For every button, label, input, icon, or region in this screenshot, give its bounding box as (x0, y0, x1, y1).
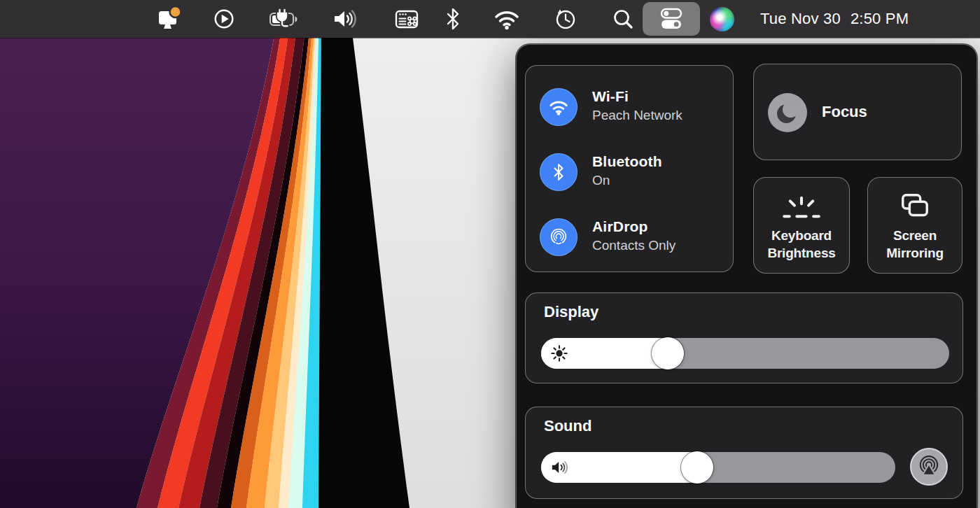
spotlight-search-menu-icon[interactable] (610, 0, 636, 38)
keyboard-brightness-label: Keyboard Brightness (767, 227, 835, 262)
now-playing-menu-icon[interactable] (211, 0, 237, 38)
keyboard-brightness-tile[interactable]: Keyboard Brightness (753, 177, 850, 274)
bluetooth-icon (550, 162, 567, 182)
wifi-toggle[interactable] (540, 88, 578, 126)
connectivity-group: Wi-Fi Peach Network Bluetooth On (525, 65, 734, 272)
sound-volume-knob[interactable] (681, 451, 713, 484)
bluetooth-toggle[interactable] (540, 153, 578, 191)
wifi-row[interactable]: Wi-Fi Peach Network (526, 88, 733, 130)
wifi-icon (547, 97, 570, 118)
bluetooth-title: Bluetooth (592, 152, 662, 171)
airdrop-title: AirDrop (592, 217, 676, 237)
wifi-menu-icon[interactable] (493, 0, 521, 38)
wifi-subtitle: Peach Network (592, 106, 682, 125)
control-center-menu-icon[interactable] (643, 2, 700, 36)
screen-mirroring-icon (896, 191, 934, 223)
display-module: Display (525, 292, 963, 383)
moon-icon (768, 93, 807, 132)
toggles-icon (656, 5, 687, 33)
window-command-menu-icon[interactable] (393, 0, 420, 38)
focus-label: Focus (822, 64, 867, 160)
airdrop-toggle[interactable] (540, 218, 578, 256)
airplay-audio-button[interactable] (910, 448, 948, 486)
bluetooth-subtitle: On (592, 171, 662, 190)
siri-orb (710, 7, 734, 31)
display-mirroring-menu-icon[interactable] (155, 0, 183, 38)
menu-date: Tue Nov 30 (760, 10, 841, 28)
control-center-panel: Wi-Fi Peach Network Bluetooth On (516, 44, 977, 508)
desktop: Tue Nov 30 2:50 PM Wi-Fi Peach Network (0, 0, 980, 508)
airplay-audio-icon (916, 454, 941, 479)
time-machine-menu-icon[interactable] (553, 0, 578, 38)
airdrop-subtitle: Contacts Only (592, 237, 676, 255)
display-title: Display (544, 303, 598, 321)
wifi-title: Wi-Fi (592, 87, 682, 106)
focus-tile[interactable]: Focus (753, 64, 962, 160)
volume-speaker-icon (550, 459, 571, 476)
bluetooth-row[interactable]: Bluetooth On (526, 153, 733, 195)
brightness-sun-icon (550, 344, 568, 362)
airdrop-row[interactable]: AirDrop Contacts Only (526, 218, 733, 260)
battery-charging-menu-icon[interactable] (268, 0, 300, 38)
menu-bar-clock[interactable]: Tue Nov 30 2:50 PM (760, 0, 909, 38)
screen-mirroring-label: Screen Mirroring (886, 227, 944, 262)
bluetooth-menu-icon[interactable] (442, 0, 464, 38)
menu-time: 2:50 PM (850, 10, 909, 28)
display-brightness-knob[interactable] (652, 337, 684, 369)
sound-volume-slider[interactable] (541, 452, 895, 483)
keyboard-brightness-icon (778, 192, 825, 222)
volume-menu-icon[interactable] (330, 0, 358, 38)
screen-mirroring-tile[interactable]: Screen Mirroring (867, 177, 962, 274)
sound-module: Sound (525, 407, 963, 499)
menu-bar: Tue Nov 30 2:50 PM (0, 0, 980, 38)
airdrop-icon (547, 225, 570, 249)
siri-menu-icon[interactable] (709, 0, 734, 38)
sound-title: Sound (544, 417, 592, 435)
display-brightness-slider[interactable] (541, 338, 949, 369)
